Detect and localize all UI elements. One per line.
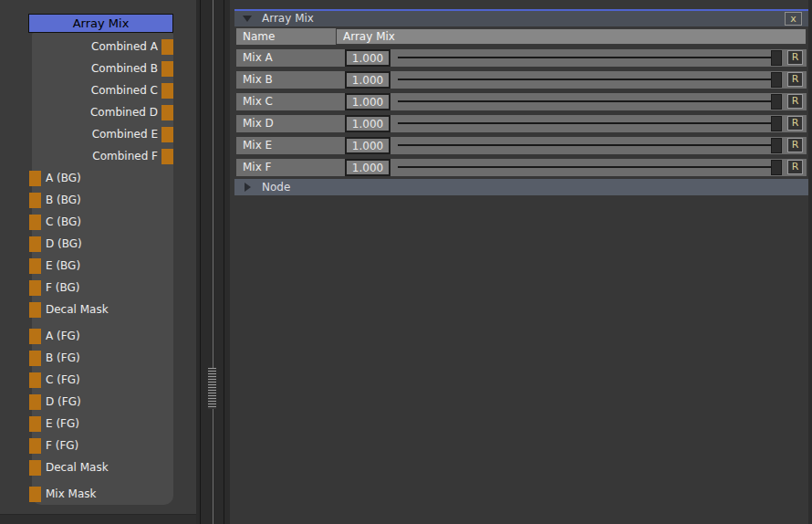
input-port-label: C (BG) (46, 215, 81, 228)
slider-track[interactable] (398, 166, 772, 168)
slider-handle[interactable] (771, 116, 782, 131)
output-port-icon[interactable] (161, 127, 173, 142)
output-port-icon[interactable] (161, 105, 173, 121)
slider-track[interactable] (398, 79, 772, 80)
slider-row-mix-c: Mix C R (236, 93, 807, 110)
input-port-icon[interactable] (29, 372, 41, 388)
input-port-label: Mix Mask (46, 487, 97, 500)
slider-handle[interactable] (771, 50, 782, 66)
port-row: D (FG) (32, 391, 173, 413)
input-port-icon[interactable] (29, 487, 41, 502)
output-port-icon[interactable] (161, 61, 173, 77)
slider-track[interactable] (398, 144, 772, 146)
port-row: B (FG) (32, 347, 173, 369)
input-port-label: A (FG) (46, 330, 80, 342)
port-row: A (FG) (32, 325, 173, 347)
name-input[interactable] (336, 28, 807, 45)
section-header-node[interactable]: Node (234, 179, 808, 195)
slider-handle[interactable] (771, 72, 782, 88)
reset-button[interactable]: R (787, 72, 803, 87)
name-label: Name (243, 28, 275, 45)
mix-a-value-input[interactable] (345, 49, 390, 67)
input-port-icon[interactable] (29, 280, 41, 296)
mix-d-value-input[interactable] (345, 115, 390, 132)
reset-button[interactable]: R (787, 160, 803, 174)
input-port-icon[interactable] (29, 302, 41, 318)
input-port-icon[interactable] (29, 329, 41, 344)
panel-right-edge (808, 0, 812, 524)
input-port-icon[interactable] (29, 193, 41, 208)
output-port-label: Combined C (91, 84, 158, 97)
input-port-label: D (FG) (46, 395, 81, 408)
input-port-label: B (BG) (46, 194, 81, 206)
port-row: Combined E (32, 123, 173, 145)
node-graph-canvas[interactable]: Array Mix Combined A Combined B Combined… (0, 0, 196, 524)
splitter-grip-icon[interactable] (208, 368, 216, 409)
output-port-icon[interactable] (161, 149, 173, 164)
close-button[interactable]: x (785, 12, 802, 26)
port-row: E (FG) (32, 413, 173, 435)
output-port-label: Combined E (92, 128, 158, 141)
node-title-bar[interactable]: Array Mix (28, 14, 173, 33)
port-row: Mix Mask (32, 483, 173, 505)
reset-button[interactable]: R (787, 138, 803, 152)
slider-label: Mix F (243, 159, 272, 176)
output-port-label: Combined B (91, 62, 158, 75)
output-port-icon[interactable] (161, 39, 173, 55)
input-port-label: A (BG) (46, 172, 81, 184)
mix-c-value-input[interactable] (345, 93, 390, 110)
port-row: A (BG) (32, 167, 173, 189)
output-port-label: Combined F (92, 150, 158, 162)
graph-bottom-strip (0, 514, 196, 524)
collapse-arrow-icon (243, 16, 252, 22)
input-port-icon[interactable] (29, 351, 41, 366)
reset-button[interactable]: R (787, 94, 803, 109)
input-port-icon[interactable] (29, 215, 41, 230)
node-body[interactable]: Combined A Combined B Combined C Combine… (32, 33, 173, 505)
splitter-line (224, 0, 224, 524)
input-port-label: Decal Mask (46, 303, 109, 316)
reset-button[interactable]: R (787, 116, 803, 131)
input-port-label: E (BG) (46, 259, 80, 272)
slider-track[interactable] (398, 122, 772, 124)
reset-button[interactable]: R (787, 50, 803, 65)
slider-row-mix-f: Mix F R (236, 159, 807, 176)
input-port-icon[interactable] (29, 258, 41, 274)
parameters-panel: Array Mix x Name Mix A R Mix B R Mix C R… (230, 0, 812, 524)
output-port-icon[interactable] (161, 83, 173, 99)
slider-handle[interactable] (771, 138, 782, 153)
input-port-label: D (BG) (46, 237, 82, 250)
port-row: Combined D (32, 101, 173, 123)
splitter-line (213, 0, 213, 524)
port-row: Combined F (32, 145, 173, 167)
slider-handle[interactable] (771, 94, 782, 110)
port-row: D (BG) (32, 233, 173, 255)
slider-track[interactable] (398, 57, 772, 58)
slider-row-mix-e: Mix E R (236, 137, 807, 154)
slider-label: Mix B (243, 71, 273, 89)
slider-label: Mix E (243, 137, 272, 154)
port-row: Decal Mask (32, 299, 173, 320)
mix-e-value-input[interactable] (345, 137, 390, 154)
mix-f-value-input[interactable] (345, 159, 390, 176)
port-row: Combined A (32, 36, 173, 58)
input-port-icon[interactable] (29, 460, 41, 476)
input-port-icon[interactable] (29, 416, 41, 432)
slider-row-mix-a: Mix A R (236, 49, 807, 67)
slider-track[interactable] (398, 100, 772, 102)
input-port-icon[interactable] (29, 236, 41, 252)
section-title: Node (262, 179, 290, 195)
input-port-icon[interactable] (29, 438, 41, 454)
panel-header-array-mix[interactable]: Array Mix x (234, 11, 808, 26)
slider-handle[interactable] (771, 160, 782, 175)
input-port-icon[interactable] (29, 171, 41, 186)
pane-splitter (196, 0, 230, 524)
mix-b-value-input[interactable] (345, 71, 390, 89)
output-port-label: Combined A (91, 40, 158, 53)
input-port-label: E (FG) (46, 417, 79, 430)
input-port-icon[interactable] (29, 394, 41, 410)
port-row: Decal Mask (32, 456, 173, 478)
slider-row-mix-b: Mix B R (236, 71, 807, 89)
slider-label: Mix D (243, 115, 274, 132)
port-row: E (BG) (32, 255, 173, 277)
